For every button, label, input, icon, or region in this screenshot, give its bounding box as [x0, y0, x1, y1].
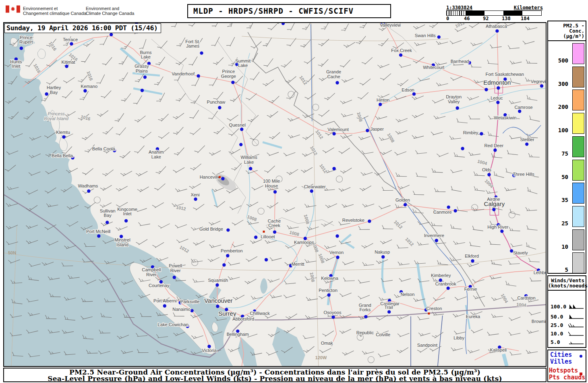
graticule-label: 50N — [8, 250, 16, 255]
city-dot — [487, 173, 491, 176]
wind-barb-icon — [568, 314, 584, 320]
wind-barb — [263, 77, 274, 87]
wind-barb — [246, 253, 257, 262]
city-label: Whitecourt — [423, 65, 445, 70]
city-label: Libby — [453, 335, 464, 340]
wind-barb — [324, 90, 335, 100]
wind-barb — [360, 76, 371, 86]
city-label: Fox Creek — [391, 48, 412, 53]
wind-barb — [526, 95, 538, 100]
pm25-level-label: 10 — [561, 244, 568, 250]
pm25-swatch — [572, 67, 584, 87]
wind-barb — [508, 44, 520, 49]
city-label: AnahimLake — [149, 150, 164, 159]
pm25-swatch — [572, 160, 584, 181]
wind-barb — [134, 143, 144, 154]
city-label: Clearwater — [304, 184, 326, 189]
city-label: Cranbrook — [435, 281, 456, 286]
wind-barb — [152, 239, 164, 248]
wind-barb — [139, 221, 150, 226]
wind-barb — [175, 185, 187, 192]
wind-barb — [395, 173, 407, 177]
wind-barb — [306, 295, 318, 300]
wind-barb — [233, 292, 244, 300]
city-label: Vernon — [329, 250, 344, 255]
city-label: Quesnel — [229, 123, 246, 127]
city-label: Lake Cowichan — [158, 322, 188, 327]
wind-barb — [133, 94, 142, 105]
city-dot — [141, 89, 144, 92]
wind-barb — [176, 235, 188, 243]
wind-barb — [284, 149, 295, 156]
wind-barb — [264, 163, 275, 174]
wind-barb — [63, 75, 75, 84]
city-label: Pemberton — [221, 248, 243, 253]
city-label: Vegreville — [531, 79, 546, 84]
wind-barb — [319, 107, 329, 117]
city-dot — [525, 142, 528, 146]
wind-barb — [342, 201, 354, 207]
city-dot — [327, 293, 330, 297]
city-dot — [273, 230, 276, 233]
wind-barb — [139, 38, 146, 50]
isobar-label: 1004 — [500, 293, 509, 304]
city-label: Klemtu — [56, 130, 70, 135]
wind-barb — [455, 293, 466, 301]
wind-barb — [509, 227, 520, 231]
wind-barb — [175, 221, 187, 228]
city-label: Vanderhoof — [172, 71, 195, 76]
state-borders — [411, 316, 443, 366]
map-canvas[interactable]: 1016101610161016101610161012101210121012… — [3, 22, 547, 367]
wind-barb — [453, 239, 465, 245]
city-label: Airdrie — [487, 197, 500, 202]
wind-barb — [287, 23, 296, 31]
city-dot — [110, 33, 113, 36]
city-label: Merritt — [292, 262, 304, 266]
wind-barb — [228, 344, 240, 352]
city-dot — [218, 106, 221, 109]
city-label: Fernie — [464, 287, 477, 291]
canada-flag-icon — [6, 5, 20, 13]
wind-speed-row: 25.0 — [548, 321, 586, 329]
city-label: Invermere — [424, 233, 444, 238]
wind-barb — [268, 275, 280, 283]
wind-barb — [394, 93, 406, 100]
city-dot — [437, 35, 441, 39]
wind-barb — [157, 38, 168, 49]
wind-barb — [246, 199, 258, 207]
wind-barb — [62, 88, 72, 99]
city-dot — [336, 256, 339, 259]
city-dot — [455, 106, 459, 110]
legend-divider — [548, 290, 586, 291]
wind-barb — [417, 240, 429, 245]
city-label: Stettler — [520, 137, 534, 142]
wind-barb — [509, 314, 520, 321]
city-label: Xeni — [190, 192, 199, 197]
city-label: Nanaimo — [172, 307, 190, 312]
wind-barb — [176, 91, 185, 102]
wind-barb — [491, 260, 502, 265]
city-dot — [310, 189, 313, 193]
wind-barb — [305, 313, 317, 318]
wind-barb — [263, 56, 273, 68]
wind-barb — [412, 133, 424, 139]
wind-barb — [321, 23, 329, 31]
wind-barb — [396, 115, 408, 122]
city-label: Cardston — [518, 296, 536, 300]
city-dot — [404, 203, 407, 206]
wind-barb — [362, 149, 373, 154]
wind-barb — [360, 23, 369, 29]
wind-barb — [470, 63, 482, 67]
wind-barb — [472, 206, 484, 211]
wind-barb — [173, 110, 184, 120]
wind-barb — [270, 292, 282, 298]
wind-barb — [380, 71, 391, 81]
pm25-swatch — [572, 229, 584, 250]
wind-barb — [526, 348, 538, 354]
wind-barb — [82, 166, 93, 176]
city-label: Rimbey — [463, 130, 478, 135]
city-label: Lethbridge — [534, 270, 546, 275]
isobar-label: 1016 — [80, 114, 91, 121]
city-label: Kimberley — [431, 273, 451, 278]
wind-barb — [509, 133, 521, 139]
